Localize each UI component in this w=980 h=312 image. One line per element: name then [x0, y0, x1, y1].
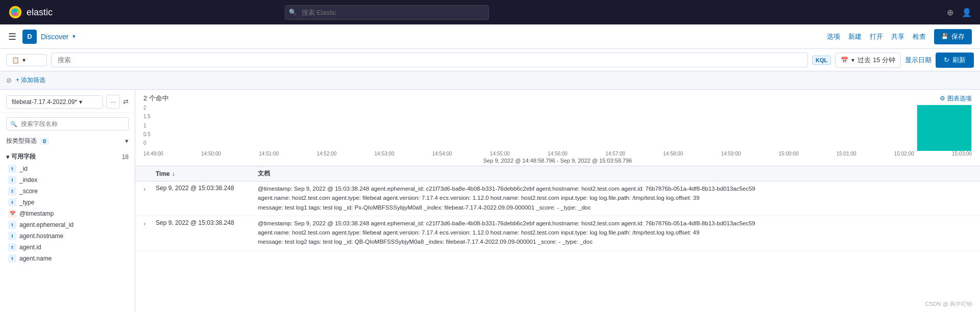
field-item[interactable]: tagent.id [6, 242, 129, 253]
available-fields-title: ▾ 可用字段 [6, 152, 36, 161]
field-item[interactable]: tagent.hostname [6, 230, 129, 242]
index-selector[interactable]: 📋 ▾ [6, 54, 47, 66]
index-chevron-icon: ▾ [79, 98, 82, 106]
index-pattern-button[interactable]: filebeat-7.17.4-2022.09* ▾ [6, 95, 103, 109]
th-doc: 文档 [258, 169, 972, 178]
available-fields-header: ▾ 可用字段 18 [6, 150, 129, 163]
nav-actions: 选项 新建 打开 共享 检查 💾 保存 [827, 29, 972, 44]
time-label: 14:49:00 [143, 151, 163, 157]
top-navigation: elastic 🔍 ⊕ 👤 [0, 0, 980, 24]
time-label: 14:58:00 [663, 151, 683, 157]
help-icon[interactable]: ⊕ [947, 8, 953, 17]
index-more-button[interactable]: ··· [106, 95, 120, 109]
field-name: _index [19, 176, 37, 184]
field-type-icon: t [8, 187, 16, 195]
svg-point-4 [17, 9, 20, 15]
time-filter-dropdown-icon: ▾ [851, 57, 854, 64]
field-item[interactable]: tagent.name [6, 253, 129, 264]
time-label: 14:57:00 [605, 151, 625, 157]
sidebar-search-section: 🔍 [0, 113, 135, 135]
global-search-input[interactable] [285, 5, 489, 20]
index-dropdown-icon: ▾ [22, 57, 26, 64]
add-filter-button[interactable]: + 添加筛选 [16, 76, 45, 85]
chart-body: 2 1.5 1 0.5 0 [143, 105, 972, 151]
field-type-icon: t [8, 165, 16, 173]
time-label: 14:56:00 [548, 151, 568, 157]
time-label: 14:50:00 [201, 151, 221, 157]
filter-icon[interactable]: ⊘ [6, 76, 12, 84]
row-doc: @timestamp: Sep 9, 2022 @ 15:03:38.248 a… [258, 185, 972, 213]
th-time[interactable]: Time ↓ [156, 169, 258, 178]
refresh-icon: ↻ [944, 56, 949, 64]
inspect-button[interactable]: 检查 [913, 32, 926, 41]
chevron-down-icon[interactable]: ▾ [72, 33, 76, 40]
sidebar: filebeat-7.17.4-2022.09* ▾ ··· ⇄ 🔍 按类型筛选… [0, 90, 135, 312]
time-label: 14:52:00 [316, 151, 336, 157]
row-expand-button[interactable]: › [143, 185, 156, 193]
field-item[interactable]: t_score [6, 186, 129, 197]
doc-line: agent.name: host2.test.com agent.type: f… [258, 194, 972, 202]
table-rows: › Sep 9, 2022 @ 15:03:38.248 @timestamp:… [135, 181, 980, 251]
field-item[interactable]: tagent.ephemeral_id [6, 219, 129, 230]
index-swap-icon[interactable]: ⇄ [123, 98, 129, 106]
field-type-icon: t [8, 198, 16, 206]
doc-line: @timestamp: Sep 9, 2022 @ 15:03:38.248 a… [258, 219, 972, 228]
field-search-input[interactable] [6, 117, 129, 131]
time-label: 15:03:00 [952, 151, 972, 157]
chart-date-range: Sep 9, 2022 @ 14:48:58.796 - Sep 9, 2022… [143, 158, 972, 166]
hits-count: 2 个命中 [143, 94, 169, 103]
share-button[interactable]: 共享 [891, 32, 904, 41]
search-icon: 🔍 [289, 9, 297, 16]
svg-rect-5 [917, 105, 971, 151]
row-expand-button[interactable]: › [143, 219, 156, 227]
new-button[interactable]: 新建 [848, 32, 862, 41]
kql-search-input[interactable] [51, 53, 808, 67]
table-header: Time ↓ 文档 [135, 166, 980, 181]
query-bar: 📋 ▾ KQL 📅 ▾ 过去 15 分钟 显示日期 ↻ 刷新 [0, 49, 980, 71]
query-bar-right: 📅 ▾ 过去 15 分钟 显示日期 ↻ 刷新 [835, 53, 974, 68]
index-icon: 📋 [12, 57, 19, 64]
user-icon[interactable]: 👤 [962, 8, 972, 17]
sidebar-search-icon: 🔍 [10, 121, 17, 127]
avatar[interactable]: D [22, 30, 37, 44]
chart-header: 2 个命中 ⚙ 图表选项 [143, 94, 972, 103]
time-label: 15:00:00 [779, 151, 799, 157]
field-name: agent.id [19, 244, 41, 251]
elastic-logo[interactable]: elastic [8, 5, 53, 19]
available-fields-section: ▾ 可用字段 18 t_idt_indext_scoret_type📅@time… [0, 148, 135, 266]
doc-line: message: test log1 tags: test log _id: P… [258, 203, 972, 212]
field-item[interactable]: t_index [6, 174, 129, 186]
global-search[interactable]: 🔍 [285, 5, 489, 20]
sidebar-index-section: filebeat-7.17.4-2022.09* ▾ ··· ⇄ [0, 90, 135, 113]
row-time: Sep 9, 2022 @ 15:03:38.248 [156, 219, 258, 226]
chart-time-labels: 14:49:0014:50:0014:51:0014:52:0014:53:00… [143, 151, 972, 158]
chart-area: 2 个命中 ⚙ 图表选项 2 1.5 1 0.5 0 14:49:0014:50… [135, 90, 980, 166]
discover-nav-label[interactable]: Discover [41, 33, 68, 41]
field-name: agent.hostname [19, 232, 63, 240]
menu-icon[interactable]: ☰ [8, 31, 16, 42]
field-type-icon: t [8, 221, 16, 229]
field-item[interactable]: t_id [6, 163, 129, 174]
histogram-chart [143, 105, 972, 151]
save-button[interactable]: 💾 保存 [934, 29, 972, 44]
field-item[interactable]: 📅@timestamp [6, 208, 129, 219]
chart-options-button[interactable]: ⚙ 图表选项 [940, 94, 972, 103]
open-button[interactable]: 打开 [870, 32, 883, 41]
chevron-icon[interactable]: ▾ [6, 153, 9, 161]
options-button[interactable]: 选项 [827, 32, 840, 41]
sort-icon: ↓ [172, 170, 175, 177]
field-name: agent.ephemeral_id [19, 221, 74, 228]
filter-expand-icon[interactable]: ▾ [125, 137, 129, 145]
fields-count: 18 [122, 153, 129, 161]
gear-icon: ⚙ [940, 95, 945, 102]
show-date-button[interactable]: 显示日期 [905, 56, 932, 65]
kql-badge[interactable]: KQL [812, 56, 831, 65]
time-label: 14:54:00 [432, 151, 452, 157]
field-type-icon: t [8, 243, 16, 251]
time-filter[interactable]: 📅 ▾ 过去 15 分钟 [835, 53, 901, 68]
field-item[interactable]: t_type [6, 197, 129, 208]
table-row[interactable]: › Sep 9, 2022 @ 15:03:38.248 @timestamp:… [135, 181, 980, 216]
top-nav-right: ⊕ 👤 [947, 8, 972, 17]
refresh-button[interactable]: ↻ 刷新 [936, 53, 974, 68]
table-row[interactable]: › Sep 9, 2022 @ 15:03:38.248 @timestamp:… [135, 216, 980, 251]
